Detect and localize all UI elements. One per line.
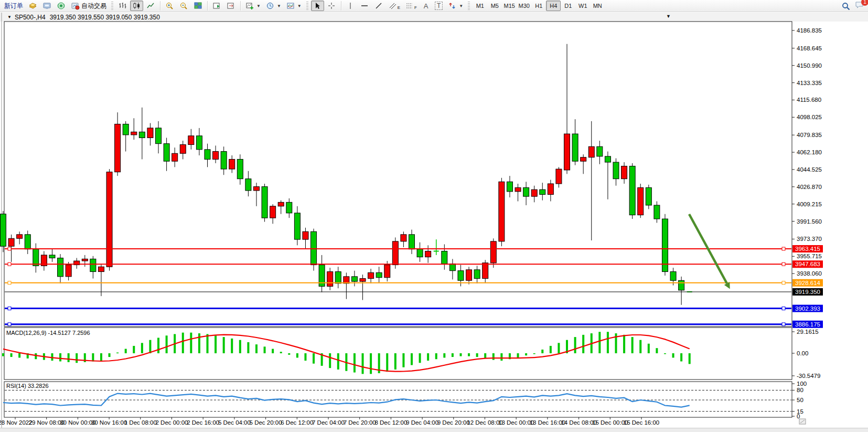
macd-histogram-bar bbox=[280, 352, 282, 353]
main-chart-pane[interactable] bbox=[4, 22, 792, 326]
candle-body bbox=[294, 213, 300, 239]
candle-body bbox=[474, 270, 480, 279]
status-strip bbox=[0, 428, 868, 432]
candle-body bbox=[376, 272, 382, 277]
hline-badge-label: 3947.683 bbox=[795, 261, 820, 267]
candle-body bbox=[401, 235, 406, 241]
candle-body bbox=[335, 272, 341, 283]
chart-canvas[interactable]: 4186.8354168.6454150.9904133.3354115.680… bbox=[0, 0, 868, 432]
candle-body bbox=[180, 145, 186, 154]
date-axis-label: 29 Nov 08:00 bbox=[28, 419, 64, 426]
date-axis-label: 30 Nov 00:00 bbox=[60, 419, 95, 426]
line-handle[interactable] bbox=[8, 307, 11, 310]
candle-body bbox=[425, 251, 431, 257]
macd-histogram-bar bbox=[648, 344, 650, 353]
macd-histogram-bar bbox=[76, 353, 78, 363]
candle-body bbox=[515, 187, 521, 191]
candle-body bbox=[392, 241, 398, 265]
candle-body bbox=[270, 206, 276, 218]
date-axis-label: 2 Dec 00:00 bbox=[155, 419, 188, 426]
price-axis-label: 3938.060 bbox=[797, 270, 822, 277]
date-axis-label: 1 Dec 08:00 bbox=[124, 419, 157, 426]
date-axis-label: 28 Nov 2022 bbox=[0, 419, 33, 426]
macd-histogram-bar bbox=[443, 353, 445, 357]
macd-histogram-bar bbox=[370, 353, 372, 374]
date-axis-label: 12 Dec 08:00 bbox=[467, 419, 502, 426]
date-axis-label: 13 Dec 00:00 bbox=[498, 419, 534, 426]
macd-histogram-bar bbox=[353, 353, 356, 373]
macd-histogram-bar bbox=[427, 353, 429, 361]
macd-histogram-bar bbox=[525, 353, 527, 355]
line-handle[interactable] bbox=[782, 247, 785, 250]
rsi-indicator-label: RSI(14) 33.2826 bbox=[6, 383, 49, 389]
candle-body bbox=[621, 166, 627, 178]
candle-body bbox=[33, 249, 39, 266]
date-axis-label: 8 Dec 12:00 bbox=[374, 419, 407, 426]
candle-body bbox=[458, 271, 464, 281]
macd-histogram-bar bbox=[304, 353, 306, 361]
line-handle[interactable] bbox=[8, 281, 11, 285]
line-handle[interactable] bbox=[8, 262, 11, 266]
macd-histogram-bar bbox=[198, 333, 200, 353]
macd-histogram-bar bbox=[272, 349, 274, 353]
candle-body bbox=[8, 238, 14, 246]
rsi-axis-label: 0 bbox=[797, 413, 800, 419]
macd-histogram-bar bbox=[484, 353, 486, 359]
candle-body bbox=[654, 205, 660, 219]
candle-body bbox=[213, 152, 219, 160]
price-axis-label: 4026.870 bbox=[797, 184, 822, 190]
macd-histogram-bar bbox=[239, 340, 241, 353]
macd-histogram-bar bbox=[476, 353, 478, 357]
macd-histogram-bar bbox=[386, 353, 388, 372]
line-handle[interactable] bbox=[782, 262, 785, 266]
candle-body bbox=[409, 235, 415, 249]
line-handle[interactable] bbox=[782, 323, 785, 326]
macd-axis-label: 0.00 bbox=[797, 350, 808, 356]
macd-histogram-bar bbox=[125, 349, 127, 353]
date-axis-label: 6 Dec 12:00 bbox=[281, 419, 313, 426]
macd-histogram-bar bbox=[500, 353, 502, 361]
candle-body bbox=[564, 134, 570, 170]
candle-body bbox=[17, 235, 23, 238]
date-axis-label: 7 Dec 20:00 bbox=[344, 419, 376, 426]
current-price-badge-label: 3919.350 bbox=[795, 289, 820, 295]
macd-histogram-bar bbox=[541, 350, 543, 353]
candle-body bbox=[605, 156, 610, 162]
macd-histogram-bar bbox=[207, 334, 209, 353]
candle-body bbox=[25, 235, 30, 249]
candle-body bbox=[556, 169, 562, 184]
macd-histogram-bar bbox=[157, 338, 159, 353]
macd-histogram-bar bbox=[231, 339, 233, 353]
line-handle[interactable] bbox=[8, 323, 11, 326]
macd-histogram-bar bbox=[182, 333, 184, 353]
candle-body bbox=[221, 152, 227, 170]
candle-body bbox=[466, 270, 472, 280]
macd-axis-label: 29.1615 bbox=[797, 329, 819, 335]
candle-body bbox=[156, 128, 162, 144]
macd-histogram-bar bbox=[639, 340, 641, 353]
line-handle[interactable] bbox=[782, 307, 785, 310]
macd-histogram-bar bbox=[623, 335, 625, 353]
hline-badge-label: 3963.415 bbox=[795, 246, 820, 252]
candle-body bbox=[196, 136, 202, 150]
candle-body bbox=[262, 187, 267, 218]
macd-histogram-bar bbox=[215, 335, 217, 353]
macd-histogram-bar bbox=[18, 353, 20, 357]
macd-histogram-bar bbox=[288, 353, 290, 355]
date-axis-label: 7 Dec 04:00 bbox=[312, 419, 345, 426]
line-handle[interactable] bbox=[782, 281, 785, 285]
macd-histogram-bar bbox=[296, 353, 298, 357]
candle-body bbox=[597, 146, 603, 156]
candle-body bbox=[82, 259, 88, 261]
macd-histogram-bar bbox=[394, 353, 397, 370]
macd-histogram-bar bbox=[411, 353, 413, 365]
price-axis-label: 3973.370 bbox=[797, 236, 822, 242]
macd-histogram-bar bbox=[100, 353, 102, 361]
rsi-axis-label: 100 bbox=[797, 381, 807, 387]
price-axis-label: 4115.680 bbox=[797, 97, 821, 103]
line-handle[interactable] bbox=[8, 247, 11, 250]
price-axis-label: 4079.835 bbox=[797, 132, 822, 138]
price-axis-label: 4044.525 bbox=[797, 166, 822, 173]
macd-histogram-bar bbox=[574, 337, 576, 353]
macd-histogram-bar bbox=[109, 353, 111, 357]
